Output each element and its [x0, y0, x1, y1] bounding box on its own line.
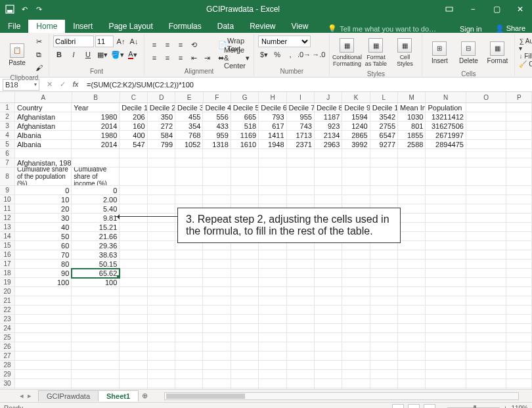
tab-file[interactable]: File [0, 20, 28, 33]
cell[interactable] [315, 388, 342, 389]
column-header[interactable]: N [426, 92, 466, 102]
cell[interactable] [15, 287, 72, 296]
cell[interactable] [506, 140, 532, 149]
cell[interactable] [148, 296, 175, 306]
cell[interactable]: 518 [231, 122, 259, 131]
sheet-tab-sheet1[interactable]: Sheet1 [98, 390, 139, 401]
cell[interactable]: Cumulative share of the population (%) [15, 168, 72, 186]
cell[interactable] [120, 278, 147, 287]
cell[interactable] [203, 168, 231, 186]
cell[interactable] [259, 158, 286, 168]
row-header[interactable]: 18 [0, 269, 15, 278]
cell[interactable] [72, 306, 120, 315]
cell[interactable]: Albania [15, 140, 72, 149]
cell[interactable] [175, 186, 203, 195]
insert-cells-button[interactable]: ⊞Insert [426, 35, 453, 70]
cell[interactable] [398, 168, 426, 186]
cell[interactable] [506, 287, 532, 296]
cell[interactable] [506, 149, 532, 158]
decrease-decimal-icon[interactable]: →.0 [312, 49, 325, 60]
cell[interactable] [466, 306, 507, 315]
cell[interactable] [315, 287, 342, 296]
cell[interactable] [466, 333, 507, 342]
row-header[interactable]: 24 [0, 324, 15, 333]
cell[interactable]: 10 [15, 195, 72, 204]
cell[interactable] [175, 315, 203, 324]
cell[interactable] [466, 388, 507, 389]
cell[interactable] [259, 250, 286, 260]
format-cells-button[interactable]: ▦Format [484, 35, 510, 70]
tab-formulas[interactable]: Formulas [161, 20, 210, 33]
cell[interactable] [72, 370, 120, 379]
cell[interactable] [120, 204, 147, 214]
cell[interactable] [15, 379, 72, 388]
cell[interactable] [315, 260, 342, 269]
cell[interactable] [426, 204, 466, 214]
cell[interactable] [466, 140, 507, 149]
cell[interactable] [175, 168, 203, 186]
new-sheet-button[interactable]: ⊕ [138, 392, 151, 400]
cell[interactable] [231, 278, 259, 287]
align-left-icon[interactable]: ≡ [148, 52, 160, 64]
cell[interactable] [506, 269, 532, 278]
cell[interactable] [315, 149, 342, 158]
cell[interactable] [426, 278, 466, 287]
cell[interactable] [287, 269, 315, 278]
cell[interactable] [426, 351, 466, 361]
cell[interactable]: 9.81 [72, 214, 120, 223]
cell[interactable] [466, 379, 507, 388]
cell[interactable]: 21.66 [72, 232, 120, 241]
row-header[interactable]: 15 [0, 241, 15, 250]
cell[interactable]: 2014 [72, 140, 120, 149]
cell[interactable] [120, 342, 147, 351]
cell[interactable] [426, 223, 466, 232]
cell[interactable] [315, 296, 342, 306]
cell[interactable]: 1052 [175, 140, 203, 149]
row-header[interactable]: 21 [0, 296, 15, 306]
cell[interactable] [342, 168, 370, 186]
cell[interactable] [175, 342, 203, 351]
cell[interactable] [342, 351, 370, 361]
cell[interactable] [287, 158, 315, 168]
cell[interactable] [15, 315, 72, 324]
cell[interactable]: 2588 [398, 140, 426, 149]
cell[interactable] [175, 379, 203, 388]
cell[interactable] [148, 351, 175, 361]
cell[interactable]: 70 [15, 250, 72, 260]
cell[interactable] [148, 342, 175, 351]
font-name-input[interactable] [53, 35, 94, 47]
cell[interactable] [148, 241, 175, 250]
paste-button[interactable]: 📋Paste [4, 37, 30, 72]
cell[interactable] [120, 287, 147, 296]
formula-input[interactable]: =(SUM(C2:K2)/SUM(C2:L2))*100 [84, 81, 532, 89]
column-header[interactable]: K [342, 92, 370, 102]
cell[interactable] [231, 269, 259, 278]
cell[interactable]: 206 [120, 112, 147, 122]
cell[interactable]: 768 [175, 131, 203, 140]
cell[interactable] [315, 250, 342, 260]
cell[interactable] [506, 333, 532, 342]
column-header[interactable]: H [259, 92, 286, 102]
cell[interactable] [370, 351, 398, 361]
cell[interactable] [203, 269, 231, 278]
cell[interactable] [148, 379, 175, 388]
row-header[interactable]: 4 [0, 131, 15, 140]
cell[interactable] [506, 361, 532, 370]
column-header[interactable]: P [506, 92, 531, 102]
cell[interactable]: 556 [203, 112, 231, 122]
enter-formula-icon[interactable]: ✓ [56, 80, 68, 89]
cell[interactable] [148, 315, 175, 324]
cell[interactable] [287, 278, 315, 287]
cell[interactable] [231, 260, 259, 269]
name-box[interactable]: B18 [3, 79, 39, 91]
cell[interactable] [287, 296, 315, 306]
cell[interactable] [315, 269, 342, 278]
cell[interactable] [398, 324, 426, 333]
cell[interactable]: 272 [148, 122, 175, 131]
cell[interactable] [466, 315, 507, 324]
cell[interactable] [398, 195, 426, 204]
save-icon[interactable] [4, 3, 16, 15]
cell[interactable]: 9277 [370, 140, 398, 149]
close-icon[interactable]: ✕ [508, 0, 532, 18]
cell[interactable] [506, 315, 532, 324]
